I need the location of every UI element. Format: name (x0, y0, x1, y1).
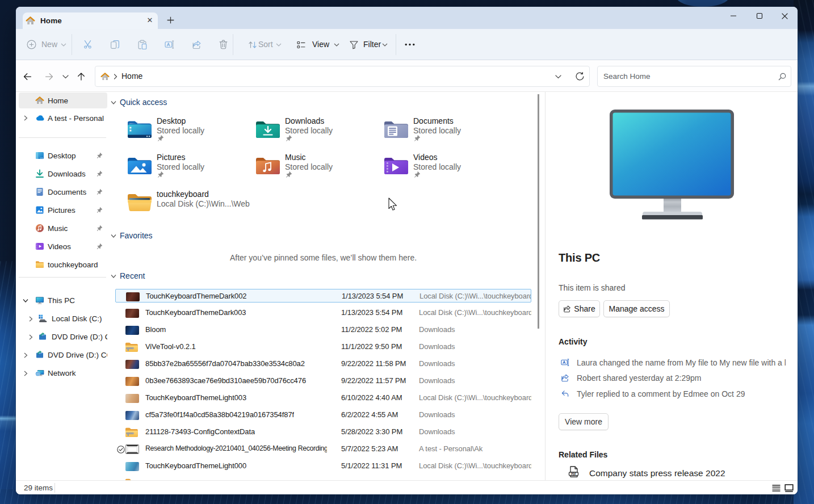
svg-text:PDF: PDF (571, 473, 576, 476)
